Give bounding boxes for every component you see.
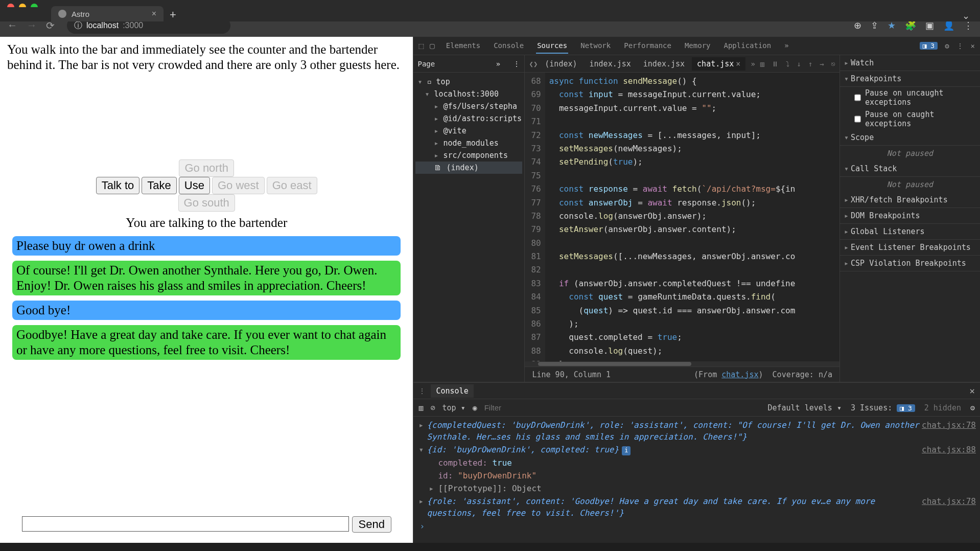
bookmark-icon[interactable]: ★ <box>888 20 896 31</box>
extensions-icon[interactable]: 🧩 <box>905 20 916 31</box>
tab-console[interactable]: Console <box>493 38 525 54</box>
device-toggle-icon[interactable]: ▢ <box>430 41 435 51</box>
tab-more-icon[interactable]: » <box>783 38 789 54</box>
zoom-icon[interactable]: ⊕ <box>854 20 861 31</box>
console-title[interactable]: Console <box>431 384 473 398</box>
site-info-icon[interactable]: ⓘ <box>74 20 82 31</box>
chat-input-row: Send <box>0 516 413 533</box>
editor-tab[interactable]: index.jsx <box>638 57 690 71</box>
tree-top[interactable]: ▫ top <box>415 76 522 88</box>
source-link[interactable]: chat.jsx:78 <box>922 495 976 507</box>
console-prompt[interactable]: › <box>417 520 976 533</box>
callstack-section[interactable]: Call Stack <box>840 161 980 177</box>
event-bp-section[interactable]: Event Listener Breakpoints <box>840 240 980 256</box>
drawer-close-icon[interactable]: × <box>969 385 975 396</box>
issues-label[interactable]: 3 Issues: ◨ 3 <box>851 403 915 412</box>
editor-more-icon[interactable]: » <box>748 60 758 68</box>
tree-file-index[interactable]: (index) <box>415 162 522 174</box>
nav-more-icon[interactable]: » ⋮ <box>496 60 521 68</box>
close-tab-icon[interactable]: × <box>152 9 156 18</box>
send-button[interactable]: Send <box>352 516 391 533</box>
nav-left-icon[interactable]: ❮❯ <box>529 60 538 68</box>
go-north-button[interactable]: Go north <box>179 159 234 177</box>
tab-memory[interactable]: Memory <box>684 38 712 54</box>
tree-host[interactable]: localhost:3000 <box>415 88 522 100</box>
tree-folder[interactable]: @vite <box>415 125 522 137</box>
code-editor[interactable]: 6869707172737475767778798081828384858687… <box>525 73 839 361</box>
dom-bp-section[interactable]: DOM Breakpoints <box>840 208 980 224</box>
nav-tab-page[interactable]: Page <box>417 60 435 68</box>
horizontal-scrollbar[interactable] <box>525 361 839 366</box>
console-settings-icon[interactable]: ⚙ <box>970 403 975 412</box>
go-east-button[interactable]: Go east <box>267 177 317 194</box>
console-context[interactable]: top ▾ <box>442 403 465 412</box>
pause-icon[interactable]: ⏸ <box>772 60 779 68</box>
step-out-icon[interactable]: ↑ <box>808 60 812 68</box>
profile-icon[interactable]: 👤 <box>943 20 954 31</box>
settings-icon[interactable]: ⚙ <box>945 42 949 50</box>
devtools: ⬚ ▢ Elements Console Sources Network Per… <box>413 37 980 543</box>
debugger-pane: Watch Breakpoints Pause on uncaught exce… <box>839 55 980 382</box>
browser-tab-astro[interactable]: Astro × <box>51 6 164 21</box>
editor-tab[interactable]: (index) <box>540 57 582 71</box>
watch-section[interactable]: Watch <box>840 55 980 71</box>
go-south-button[interactable]: Go south <box>178 194 235 212</box>
scope-section[interactable]: Scope <box>840 130 980 146</box>
tree-folder[interactable]: node_modules <box>415 137 522 149</box>
tab-strip: Astro × + ⌄ <box>0 7 980 21</box>
console-log: {id: 'buyDrOwenDrink', completed: true} <box>427 445 619 454</box>
info-badge-icon[interactable]: i <box>622 446 631 455</box>
csp-bp-section[interactable]: CSP Violation Breakpoints <box>840 256 980 271</box>
chat-input[interactable] <box>22 516 349 532</box>
url-host: localhost <box>86 21 119 30</box>
tab-network[interactable]: Network <box>579 38 612 54</box>
log-levels[interactable]: Default levels ▾ <box>767 403 842 412</box>
clear-console-icon[interactable]: ⊘ <box>430 403 435 412</box>
go-west-button[interactable]: Go west <box>212 177 265 194</box>
cursor-pos: Line 90, Column 1 <box>532 370 611 379</box>
deactivate-bp-icon[interactable]: ⎋ <box>831 60 835 68</box>
tab-performance[interactable]: Performance <box>623 38 672 54</box>
toggle-sidebar-icon[interactable]: ▥ <box>760 60 764 68</box>
source-link[interactable]: chat.jsx:78 <box>922 419 976 431</box>
live-expression-icon[interactable]: ◉ <box>473 403 477 412</box>
console-body[interactable]: ▸chat.jsx:78{completedQuest: 'buyDrOwenD… <box>413 417 980 543</box>
callstack-body: Not paused <box>840 177 980 192</box>
sidebar-toggle-icon[interactable]: ▥ <box>418 403 423 412</box>
from-link[interactable]: chat.jsx <box>721 370 758 379</box>
tab-sources[interactable]: Sources <box>536 38 568 54</box>
drawer-menu-icon[interactable]: ⋮ <box>418 387 426 395</box>
share-icon[interactable]: ⇪ <box>871 20 878 31</box>
issues-badge[interactable]: ◨ 3 <box>920 42 938 50</box>
step-over-icon[interactable]: ⤵ <box>786 60 789 68</box>
step-icon[interactable]: → <box>820 60 824 68</box>
devtools-menu-icon[interactable]: ⋮ <box>956 42 964 50</box>
talk-to-button[interactable]: Talk to <box>96 177 140 194</box>
breakpoints-section[interactable]: Breakpoints <box>840 71 980 87</box>
source-link[interactable]: chat.jsx:88 <box>922 444 976 455</box>
xhr-bp-section[interactable]: XHR/fetch Breakpoints <box>840 192 980 208</box>
global-listeners-section[interactable]: Global Listeners <box>840 224 980 240</box>
console-filter-input[interactable] <box>484 403 761 412</box>
devtools-close-icon[interactable]: × <box>971 42 975 50</box>
use-button[interactable]: Use <box>179 177 210 194</box>
inspect-icon[interactable]: ⬚ <box>418 41 424 51</box>
tree-folder[interactable]: @fs/Users/stepha <box>415 100 522 112</box>
menu-icon[interactable]: ⋮ <box>964 20 973 31</box>
new-tab-button[interactable]: + <box>164 8 182 21</box>
pause-caught-checkbox[interactable] <box>854 116 861 123</box>
step-into-icon[interactable]: ↓ <box>797 60 801 68</box>
code-text: async function sendMessage() { const inp… <box>545 73 800 361</box>
window-chevron-icon[interactable]: ⌄ <box>962 10 980 21</box>
editor-tab[interactable]: index.jsx <box>585 57 636 71</box>
tree-folder[interactable]: src/components <box>415 149 522 162</box>
pause-uncaught-checkbox[interactable] <box>854 94 861 101</box>
tab-application[interactable]: Application <box>723 38 773 54</box>
close-icon[interactable]: × <box>736 59 740 68</box>
tree-folder[interactable]: @id/astro:scripts <box>415 112 522 125</box>
editor-tab-active[interactable]: chat.jsx× <box>692 57 745 71</box>
sidepanel-icon[interactable]: ▣ <box>925 20 934 31</box>
take-button[interactable]: Take <box>142 177 176 194</box>
tab-elements[interactable]: Elements <box>445 38 481 54</box>
hidden-label: 2 hidden <box>924 403 961 412</box>
